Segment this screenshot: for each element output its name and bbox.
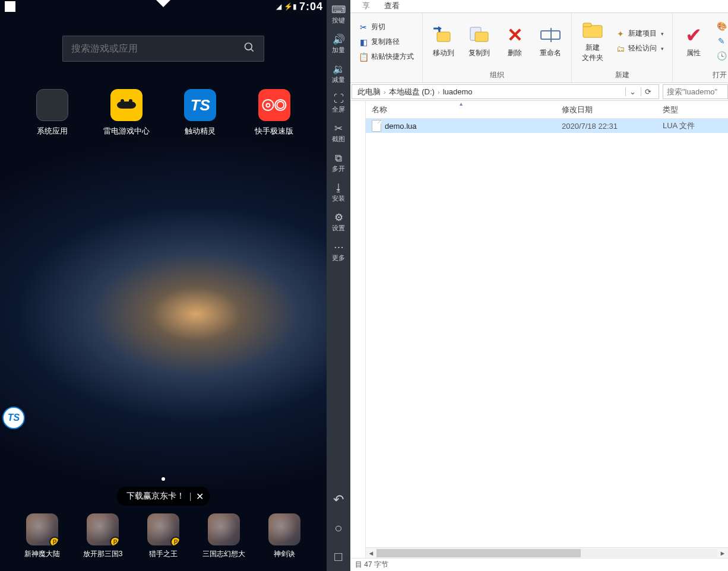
gamepad-icon [110,89,143,121]
new-folder-button[interactable]: 新建 文件夹 [575,16,610,66]
crumb-disk-d[interactable]: 本地磁盘 (D:) [386,87,438,97]
app-gamecenter[interactable]: 雷电游戏中心 [97,89,156,137]
file-name: demo.lua [385,122,416,131]
app-search[interactable] [62,36,264,62]
properties-button[interactable]: ✔ 属性 [676,16,711,66]
promo-toast[interactable]: 下载赢京东卡！ | ✕ [117,487,210,506]
paste-shortcut-button[interactable]: 📋粘贴快捷方式 [355,50,417,64]
search-icon [243,42,255,56]
nav-recent[interactable]: □ [333,543,344,571]
app-label: 触动精灵 [185,126,216,137]
tab-view[interactable]: 查看 [376,0,408,12]
side-settings[interactable]: ⚙设置 [327,208,350,237]
svg-marker-0 [155,0,172,7]
nav-back[interactable]: ↶ [333,486,344,514]
dock-app-1[interactable]: P放开那三国3 [73,513,132,559]
side-install[interactable]: ⭳安装 [327,178,350,208]
page-indicator [162,477,165,481]
svg-rect-9 [475,32,488,42]
scroll-right[interactable]: ► [717,550,728,557]
svg-rect-3 [117,101,136,109]
explorer-search[interactable] [663,84,728,99]
cut-button[interactable]: ✂剪切 [355,20,417,34]
apk-icon: ⭳ [334,183,344,193]
history-icon: 🕓 [717,51,726,61]
edit-button[interactable]: ✎编辑 [713,34,728,48]
crumb-thispc[interactable]: 此电脑 [354,87,384,97]
copy-path-button[interactable]: ◧复制路径 [355,35,417,49]
multi-icon: ⧉ [335,153,342,163]
app-label: 快手极速版 [255,126,293,137]
nav-home[interactable]: ○ [333,514,344,543]
app-kuaishou[interactable]: ⦾◎ 快手极速版 [245,89,304,137]
folder-new-icon [582,19,603,40]
file-explorer: 享 查看 ✂剪切 ◧复制路径 📋粘贴快捷方式 移动到 [350,0,728,571]
copy-to-button[interactable]: 复制到 [462,16,496,66]
volume-down-icon: 🔉 [333,64,345,74]
file-row[interactable]: demo.lua 2020/7/18 22:31 LUA 文件 [366,119,728,133]
delete-button[interactable]: ✕ 删除 [498,16,532,66]
side-screenshot[interactable]: ✂截图 [327,119,350,148]
dock-app-4[interactable]: 神剑诀 [255,513,314,559]
breadcrumb[interactable]: 此电脑› 本地磁盘 (D:)› luademo ⌄ ⟳ [352,84,659,99]
group-open: 打开 [673,69,728,83]
side-multi[interactable]: ⧉多开 [327,148,350,178]
dock-app-0[interactable]: P新神魔大陆 [12,513,72,559]
refresh-button[interactable]: ⟳ [641,87,655,96]
side-fullscreen[interactable]: ⛶全屏 [327,89,350,119]
app-system[interactable]: 系统应用 [23,89,82,137]
side-voldown[interactable]: 🔉减量 [327,59,350,89]
sort-indicator: ▴ [460,100,463,107]
explorer-search-input[interactable] [667,87,724,96]
move-icon [433,24,454,46]
clipboard-icon: 📋 [359,52,368,62]
copy-icon [469,24,490,46]
move-to-button[interactable]: 移动到 [426,16,461,66]
nav-pane-collapsed[interactable] [350,101,366,558]
toast-text: 下载赢京东卡！ [126,491,185,502]
app-search-input[interactable] [71,43,243,54]
side-keymap[interactable]: ⌨按键 [327,0,350,30]
svg-line-2 [251,49,254,51]
status-bar: ◢ ⚡▮ 7:04 [0,0,327,13]
status-text: 目 47 字节 [355,560,388,570]
scissors-icon: ✂ [359,23,368,32]
svg-rect-13 [583,23,591,27]
dock-app-2[interactable]: P猎手之王 [134,513,193,559]
side-volup[interactable]: 🔊加量 [327,30,350,59]
easy-access-button[interactable]: 🗂轻松访问▾ [612,42,667,55]
scroll-left[interactable]: ◄ [366,550,376,557]
ribbon-tabs: 享 查看 [350,0,728,13]
side-more[interactable]: ⋯更多 [327,237,350,267]
svg-point-4 [121,99,124,103]
col-type[interactable]: 类型 [657,104,728,115]
clock: 7:04 [299,1,323,13]
properties-icon: ✔ [683,24,704,46]
touchsprite-floater[interactable]: TS [2,407,25,429]
svg-rect-12 [583,26,602,37]
svg-rect-6 [437,32,450,42]
address-dropdown[interactable]: ⌄ [625,87,640,96]
scroll-thumb[interactable] [376,549,581,557]
fullscreen-icon: ⛶ [334,94,344,104]
status-bar: 目 47 字节 [350,558,728,571]
crumb-luademo[interactable]: luademo [440,87,476,96]
close-icon[interactable]: ✕ [196,491,204,502]
rename-button[interactable]: 重命名 [533,16,568,66]
app-label: 系统应用 [37,126,68,137]
new-item-button[interactable]: ✦新建项目▾ [612,27,667,40]
horizontal-scrollbar[interactable]: ◄ ► [366,547,728,558]
edit-icon: ✎ [717,36,726,46]
ts-icon: TS [184,89,216,121]
dock-app-3[interactable]: 三国志幻想大 [194,513,254,559]
history-button[interactable]: 🕓历史记录 [713,49,728,63]
gear-icon: ⚙ [334,212,343,223]
file-date: 2020/7/18 22:31 [556,122,657,131]
scissors-icon: ✂ [334,123,343,134]
col-date[interactable]: 修改日期 [556,104,657,115]
app-touchsprite[interactable]: TS 触动精灵 [170,89,230,137]
home-apps-row: 系统应用 雷电游戏中心 TS 触动精灵 ⦾◎ 快手极速版 [0,89,327,137]
folder-icon [36,89,68,121]
group-new: 新建 [572,69,672,83]
open-button[interactable]: 🎨打开▾ [713,20,728,33]
